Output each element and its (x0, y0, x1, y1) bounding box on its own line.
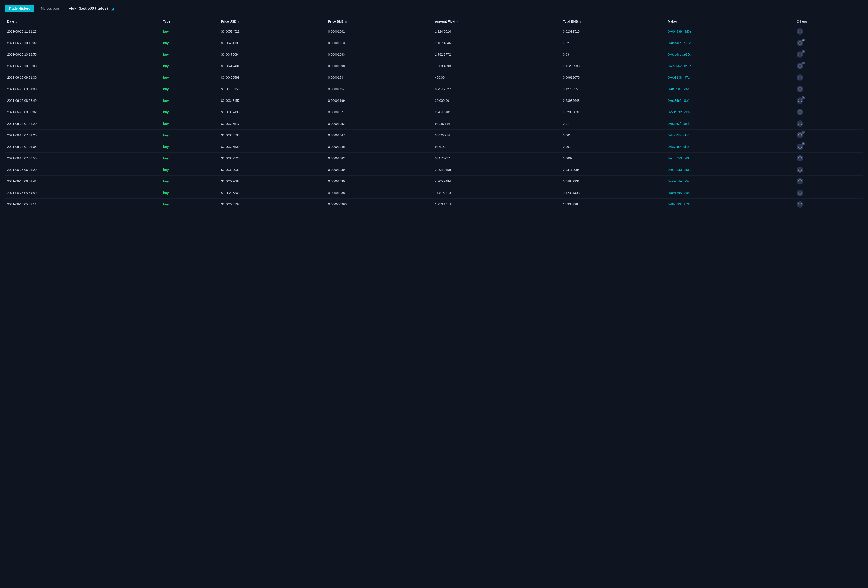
cell-maker[interactable]: 0xec7562...8e1b (665, 61, 794, 72)
chart-icon-button[interactable] (797, 121, 803, 127)
cell-maker[interactable]: 0xab7d4e...a5ab (665, 176, 794, 187)
chart-icon-button[interactable] (797, 74, 803, 81)
cell-price-usd: $0.00307493 (218, 106, 325, 118)
cell-others (794, 152, 864, 164)
col-type: Type (160, 17, 218, 26)
cell-maker[interactable]: 0xec7562...8e1b (665, 95, 794, 106)
my-positions-tab[interactable]: My positions (37, 4, 64, 12)
cell-maker[interactable]: 0x8cbdcb...e25d (665, 49, 794, 61)
cell-others (794, 187, 864, 199)
chart-icon-button[interactable]: 2 (797, 51, 803, 58)
chart-icon-button[interactable]: 2 (797, 63, 803, 69)
svg-rect-30 (800, 112, 800, 113)
badge-count: 2 (802, 131, 805, 134)
svg-rect-11 (801, 53, 801, 56)
chart-icon-button[interactable] (797, 109, 803, 115)
svg-rect-9 (799, 55, 799, 56)
cell-others: 2 (794, 95, 864, 106)
svg-rect-45 (799, 158, 799, 160)
svg-rect-62 (800, 204, 800, 205)
chart-icon-button[interactable]: 2 (797, 143, 803, 150)
cell-price-usd: $0.00302523 (218, 152, 325, 164)
cell-maker[interactable]: 0xfc7259...efa3 (665, 130, 794, 141)
col-amount-floki: Amount Floki ⇅ (432, 17, 560, 26)
cell-date: 2021-06-25 07:00:50 (4, 152, 160, 164)
cell-others (794, 83, 864, 95)
chart-icon-button[interactable]: 2 (797, 98, 803, 104)
cell-date: 2021-06-25 05:53:11 (4, 199, 160, 210)
cell-type: buy (160, 95, 218, 106)
chart-icon-button[interactable]: 2 (797, 40, 803, 46)
cell-amount: 2,704.5181 (432, 106, 560, 118)
cell-amount: 594.73737 (432, 152, 560, 164)
svg-rect-27 (801, 99, 801, 102)
cell-price-bnb: 0.00001598 (325, 61, 432, 72)
svg-rect-2 (800, 31, 800, 33)
chart-icon-button[interactable] (797, 28, 803, 35)
cell-maker[interactable]: 0x8cbdcb...e25d (665, 37, 794, 49)
chart-icon-button[interactable] (797, 190, 803, 196)
col-price-usd: Price USD ⇅ (218, 17, 325, 26)
cell-price-bnb: 0.00001454 (325, 83, 432, 95)
chart-icon-button[interactable] (797, 201, 803, 208)
cell-date: 2021-06-25 10:05:08 (4, 61, 160, 72)
cell-others: 2 (794, 49, 864, 61)
price-bnb-sort-icon[interactable]: ⇅ (345, 21, 347, 23)
trade-history-tab[interactable]: Trade History (4, 5, 34, 12)
cell-price-usd: $0.00408153 (218, 83, 325, 95)
cell-date: 2021-06-25 10:13:56 (4, 49, 160, 61)
chart-icon-button[interactable]: 2 (797, 132, 803, 138)
filter-icon[interactable]: ◢ (111, 6, 114, 11)
chart-icon-button[interactable] (797, 167, 803, 173)
cell-price-usd: $0.00429593 (218, 72, 325, 83)
cell-price-usd: $0.00484189 (218, 37, 325, 49)
cell-maker[interactable]: 0x064338...9d5e (665, 26, 794, 37)
cell-total: 0.03 (560, 49, 665, 61)
price-usd-sort-icon[interactable]: ⇅ (238, 21, 240, 23)
badge-count: 2 (802, 142, 805, 145)
cell-total: 0.00612079 (560, 72, 665, 83)
chart-icon-button[interactable] (797, 86, 803, 92)
cell-maker[interactable]: 0xfc7259...efa3 (665, 141, 794, 152)
svg-rect-38 (800, 135, 800, 136)
date-sort-icon[interactable]: ⌄ (15, 21, 17, 23)
cell-maker[interactable]: 0xeed053...f48d (665, 152, 794, 164)
cell-maker[interactable]: 0x5c063f...aedc (665, 118, 794, 130)
cell-date: 2021-06-25 07:01:08 (4, 141, 160, 152)
cell-maker[interactable]: 0x0e3238...4714 (665, 72, 794, 83)
cell-maker[interactable]: 0x910e33...35c9 (665, 164, 794, 176)
chart-icon-button[interactable] (797, 155, 803, 161)
cell-total: 0.23986648 (560, 95, 665, 106)
cell-total: 0.11295988 (560, 61, 665, 72)
cell-price-bnb: 0.00001038 (325, 187, 432, 199)
cell-type: buy (160, 187, 218, 199)
col-others: Others (794, 17, 864, 26)
cell-amount: 95.527774 (432, 130, 560, 141)
cell-maker[interactable]: 0x50e532...de66 (665, 106, 794, 118)
cell-amount: 2,994.0158 (432, 164, 560, 176)
cell-price-usd: $0.00343157 (218, 95, 325, 106)
cell-price-usd: $0.00447401 (218, 61, 325, 72)
cell-price-usd: $0.00300038 (218, 164, 325, 176)
cell-price-bnb: 0.00001713 (325, 37, 432, 49)
cell-maker[interactable]: 0x8fab90...fb76 (665, 199, 794, 210)
col-total-bnb: Total BNB ⇅ (560, 17, 665, 26)
chart-icon-button[interactable] (797, 178, 803, 185)
cell-others (794, 106, 864, 118)
cell-maker[interactable]: 0xae1d95...e050 (665, 187, 794, 199)
cell-date: 2021-06-25 10:16:32 (4, 37, 160, 49)
cell-date: 2021-06-25 11:11:23 (4, 26, 160, 37)
table-row: 2021-06-25 07:00:50 buy $0.00302523 0.00… (4, 152, 864, 164)
cell-price-bnb: 0.00001862 (325, 26, 432, 37)
cell-type: buy (160, 83, 218, 95)
svg-rect-17 (799, 78, 799, 79)
cell-type: buy (160, 152, 218, 164)
svg-rect-26 (800, 100, 800, 102)
cell-maker[interactable]: 0x8f9f60...6d6e (665, 83, 794, 95)
amount-sort-icon[interactable]: ⇅ (456, 21, 458, 23)
svg-rect-10 (800, 54, 800, 56)
svg-rect-39 (801, 134, 801, 136)
cell-total: 0.001 (560, 130, 665, 141)
cell-total: 0.02895031 (560, 106, 665, 118)
total-sort-icon[interactable]: ⇅ (579, 21, 581, 23)
